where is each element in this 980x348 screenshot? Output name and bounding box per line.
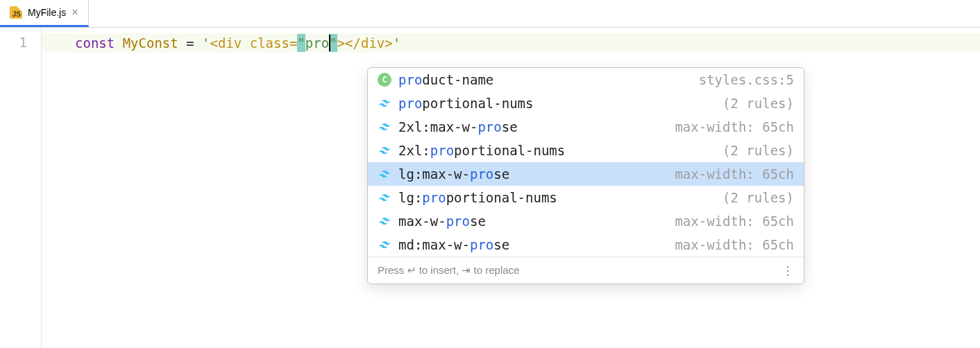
completion-label: proportional-nums — [398, 96, 716, 111]
completion-label: lg:max-w-prose — [398, 166, 668, 182]
completion-item[interactable]: lg:max-w-prosemax-width: 65ch — [368, 162, 804, 186]
tailwind-icon — [378, 167, 391, 181]
completion-popup: Cproduct-namestyles.css:5proportional-nu… — [367, 67, 804, 284]
tag-close: > — [337, 35, 345, 51]
attr-name: class= — [250, 35, 298, 51]
tag-open: < — [210, 35, 218, 51]
completion-item[interactable]: lg:proportional-nums(2 rules) — [368, 186, 804, 209]
more-icon[interactable]: ⋯ — [781, 265, 796, 276]
file-tab-label: MyFile.js — [28, 7, 66, 18]
completion-item[interactable]: proportional-nums(2 rules) — [368, 92, 804, 115]
tailwind-icon — [378, 96, 391, 110]
completion-detail: max-width: 65ch — [675, 166, 794, 182]
css-class-icon: C — [378, 73, 391, 87]
completion-label: md:max-w-prose — [398, 237, 668, 252]
tab-bar: JS MyFile.js × — [0, 0, 980, 28]
completion-label: lg:proportional-nums — [398, 190, 716, 205]
completion-detail: max-width: 65ch — [675, 214, 794, 229]
attr-quote-open: " — [297, 35, 305, 51]
tailwind-icon — [378, 238, 391, 252]
completion-detail: (2 rules) — [723, 143, 794, 158]
completion-detail: (2 rules) — [723, 190, 794, 205]
closing-tag-close: > — [385, 35, 392, 51]
tab-bar-filler — [89, 0, 980, 27]
completion-detail: max-width: 65ch — [675, 237, 794, 252]
keyword: const — [75, 35, 123, 51]
close-icon[interactable]: × — [71, 7, 78, 18]
tailwind-icon — [378, 214, 391, 228]
tailwind-icon — [378, 143, 391, 157]
closing-tag-open: </ — [345, 35, 361, 51]
completion-item[interactable]: 2xl:max-w-prosemax-width: 65ch — [368, 115, 804, 139]
line-number: 1 — [19, 35, 27, 50]
footer-hint: Press ↵ to insert, ⇥ to replace — [378, 264, 519, 277]
completion-item[interactable]: md:max-w-prosemax-width: 65ch — [368, 233, 804, 256]
completion-item[interactable]: 2xl:proportional-nums(2 rules) — [368, 139, 804, 162]
typed-text: pro — [305, 35, 329, 51]
completion-label: 2xl:max-w-prose — [398, 119, 668, 134]
completion-label: max-w-prose — [398, 214, 668, 229]
tailwind-icon — [378, 120, 391, 134]
completion-footer: Press ↵ to insert, ⇥ to replace ⋯ — [368, 256, 804, 284]
completion-detail: max-width: 65ch — [675, 119, 794, 134]
completion-label: product-name — [398, 72, 692, 87]
completion-detail: styles.css:5 — [699, 72, 794, 87]
operator: = — [178, 35, 202, 51]
identifier: MyConst — [123, 35, 178, 51]
closing-tag-name: div — [361, 35, 385, 51]
string-close: ' — [393, 35, 400, 51]
tag-name: div — [218, 35, 250, 51]
completion-list: Cproduct-namestyles.css:5proportional-nu… — [368, 68, 804, 256]
code-line[interactable]: const MyConst = '<div class="pro"></div>… — [42, 33, 980, 53]
js-file-icon: JS — [10, 6, 22, 19]
completion-label: 2xl:proportional-nums — [398, 143, 716, 158]
file-tab[interactable]: JS MyFile.js × — [0, 0, 89, 27]
completion-item[interactable]: max-w-prosemax-width: 65ch — [368, 209, 804, 233]
gutter: 1 — [0, 28, 42, 348]
completion-item[interactable]: Cproduct-namestyles.css:5 — [368, 68, 804, 92]
string-open: ' — [202, 35, 210, 51]
completion-detail: (2 rules) — [723, 96, 794, 111]
tailwind-icon — [378, 191, 391, 205]
